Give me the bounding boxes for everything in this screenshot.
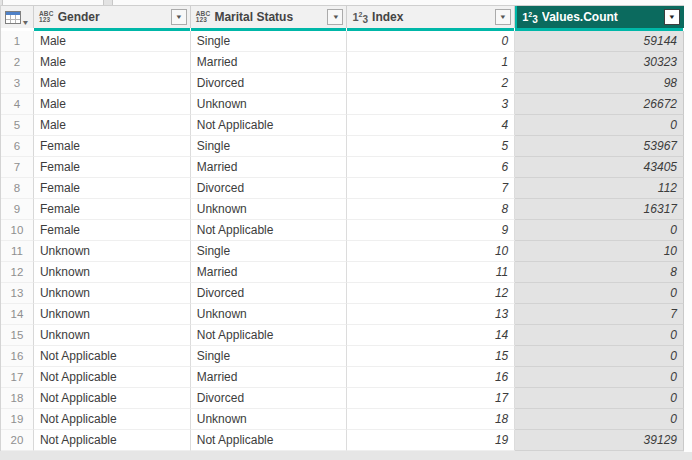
cell-index[interactable]: 17	[347, 388, 515, 409]
cell-marital-status[interactable]: Divorced	[191, 178, 348, 199]
cell-values-count[interactable]: 26672	[515, 94, 684, 115]
cell-gender[interactable]: Male	[34, 52, 191, 73]
cell-gender[interactable]: Not Applicable	[34, 430, 191, 451]
cell-values-count[interactable]: 0	[515, 388, 684, 409]
cell-gender[interactable]: Not Applicable	[34, 388, 191, 409]
cell-marital-status[interactable]: Unknown	[191, 199, 348, 220]
cell-gender[interactable]: Female	[34, 178, 191, 199]
cell-index[interactable]: 7	[347, 178, 515, 199]
cell-values-count[interactable]: 0	[515, 220, 684, 241]
cell-gender[interactable]: Unknown	[34, 304, 191, 325]
cell-index[interactable]: 13	[347, 304, 515, 325]
row-number[interactable]: 10	[1, 220, 34, 241]
column-header-values-count[interactable]: 123 Values.Count ▼	[515, 6, 684, 28]
cell-marital-status[interactable]: Unknown	[191, 94, 348, 115]
cell-index[interactable]: 12	[347, 283, 515, 304]
cell-values-count[interactable]: 7	[515, 304, 684, 325]
cell-marital-status[interactable]: Divorced	[191, 73, 348, 94]
cell-index[interactable]: 15	[347, 346, 515, 367]
cell-values-count[interactable]: 0	[515, 367, 684, 388]
cell-gender[interactable]: Not Applicable	[34, 346, 191, 367]
cell-index[interactable]: 0	[347, 31, 515, 52]
cell-index[interactable]: 5	[347, 136, 515, 157]
cell-values-count[interactable]: 43405	[515, 157, 684, 178]
cell-marital-status[interactable]: Not Applicable	[191, 430, 348, 451]
cell-index[interactable]: 3	[347, 94, 515, 115]
cell-marital-status[interactable]: Married	[191, 157, 348, 178]
cell-gender[interactable]: Male	[34, 31, 191, 52]
cell-gender[interactable]: Not Applicable	[34, 409, 191, 430]
cell-marital-status[interactable]: Single	[191, 136, 348, 157]
cell-values-count[interactable]: 0	[515, 409, 684, 430]
cell-gender[interactable]: Unknown	[34, 241, 191, 262]
column-header-gender[interactable]: ABC 123 Gender ▼	[34, 6, 191, 28]
cell-values-count[interactable]: 59144	[515, 31, 684, 52]
row-number[interactable]: 17	[1, 367, 34, 388]
row-number[interactable]: 8	[1, 178, 34, 199]
cell-gender[interactable]: Female	[34, 157, 191, 178]
cell-values-count[interactable]: 0	[515, 283, 684, 304]
cell-index[interactable]: 8	[347, 199, 515, 220]
cell-index[interactable]: 14	[347, 325, 515, 346]
cell-gender[interactable]: Unknown	[34, 325, 191, 346]
row-number[interactable]: 16	[1, 346, 34, 367]
cell-values-count[interactable]: 0	[515, 325, 684, 346]
row-number[interactable]: 4	[1, 94, 34, 115]
cell-gender[interactable]: Not Applicable	[34, 367, 191, 388]
cell-index[interactable]: 16	[347, 367, 515, 388]
cell-gender[interactable]: Female	[34, 220, 191, 241]
row-number[interactable]: 2	[1, 52, 34, 73]
cell-marital-status[interactable]: Not Applicable	[191, 220, 348, 241]
row-number[interactable]: 18	[1, 388, 34, 409]
cell-values-count[interactable]: 53967	[515, 136, 684, 157]
cell-index[interactable]: 6	[347, 157, 515, 178]
cell-values-count[interactable]: 0	[515, 115, 684, 136]
cell-index[interactable]: 2	[347, 73, 515, 94]
row-number[interactable]: 20	[1, 430, 34, 451]
filter-dropdown-index[interactable]: ▼	[495, 9, 511, 25]
cell-index[interactable]: 4	[347, 115, 515, 136]
cell-gender[interactable]: Male	[34, 73, 191, 94]
row-number[interactable]: 6	[1, 136, 34, 157]
cell-marital-status[interactable]: Single	[191, 346, 348, 367]
cell-gender[interactable]: Male	[34, 115, 191, 136]
column-header-index[interactable]: 123 Index ▼	[347, 6, 515, 28]
filter-dropdown-values-count[interactable]: ▼	[664, 9, 680, 25]
cell-index[interactable]: 1	[347, 52, 515, 73]
cell-marital-status[interactable]: Unknown	[191, 409, 348, 430]
cell-gender[interactable]: Unknown	[34, 262, 191, 283]
row-number[interactable]: 3	[1, 73, 34, 94]
select-all-corner-button[interactable]: ▼	[1, 6, 34, 28]
cell-values-count[interactable]: 30323	[515, 52, 684, 73]
cell-index[interactable]: 19	[347, 430, 515, 451]
cell-marital-status[interactable]: Married	[191, 367, 348, 388]
row-number[interactable]: 19	[1, 409, 34, 430]
row-number[interactable]: 9	[1, 199, 34, 220]
cell-marital-status[interactable]: Not Applicable	[191, 325, 348, 346]
row-number[interactable]: 5	[1, 115, 34, 136]
cell-values-count[interactable]: 10	[515, 241, 684, 262]
cell-gender[interactable]: Male	[34, 94, 191, 115]
cell-marital-status[interactable]: Divorced	[191, 283, 348, 304]
row-number[interactable]: 11	[1, 241, 34, 262]
cell-index[interactable]: 10	[347, 241, 515, 262]
row-number[interactable]: 13	[1, 283, 34, 304]
row-number[interactable]: 1	[1, 31, 34, 52]
filter-dropdown-marital-status[interactable]: ▼	[327, 9, 343, 25]
cell-values-count[interactable]: 16317	[515, 199, 684, 220]
row-number[interactable]: 12	[1, 262, 34, 283]
cell-marital-status[interactable]: Single	[191, 241, 348, 262]
cell-values-count[interactable]: 112	[515, 178, 684, 199]
row-number[interactable]: 14	[1, 304, 34, 325]
cell-marital-status[interactable]: Divorced	[191, 388, 348, 409]
row-number[interactable]: 15	[1, 325, 34, 346]
cell-index[interactable]: 9	[347, 220, 515, 241]
cell-values-count[interactable]: 39129	[515, 430, 684, 451]
cell-values-count[interactable]: 8	[515, 262, 684, 283]
cell-gender[interactable]: Female	[34, 136, 191, 157]
cell-values-count[interactable]: 98	[515, 73, 684, 94]
cell-index[interactable]: 11	[347, 262, 515, 283]
cell-marital-status[interactable]: Single	[191, 31, 348, 52]
cell-marital-status[interactable]: Not Applicable	[191, 115, 348, 136]
cell-marital-status[interactable]: Married	[191, 52, 348, 73]
